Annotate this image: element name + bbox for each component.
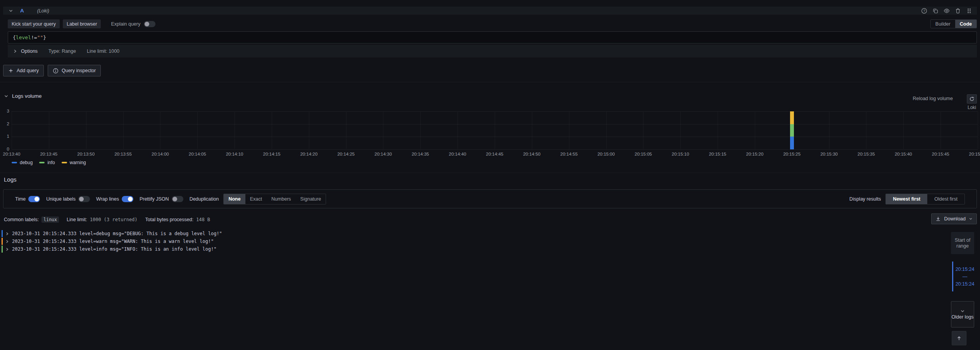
chevron-down-icon [960, 309, 965, 314]
x-axis-tick-label: 20:15:45 [932, 152, 949, 156]
gridline-vertical [235, 111, 235, 149]
info-circle-icon [53, 68, 59, 74]
gridline-vertical [755, 111, 755, 149]
y-axis-tick-label: 2 [0, 121, 9, 126]
time-toggle-group: Time [15, 196, 40, 202]
line-limit-value: 1000 (3 returned) [90, 217, 138, 222]
prettify-json-toggle[interactable] [172, 196, 183, 202]
older-logs-button[interactable]: Older logs [951, 301, 974, 327]
display-results-label: Display results [849, 196, 881, 202]
duplicate-query-copy-icon[interactable] [932, 8, 939, 14]
legend-swatch [62, 162, 67, 163]
legend-item-info[interactable]: info [39, 160, 55, 165]
legend-item-debug[interactable]: debug [12, 160, 33, 165]
query-code-editor[interactable]: {level!=""} [8, 31, 977, 43]
start-of-range-button[interactable]: Start of range [951, 232, 974, 254]
gridline-vertical [160, 111, 160, 149]
chart-y-axis: 0123 [0, 111, 9, 149]
unique-labels-toggle[interactable] [78, 196, 90, 202]
y-axis-tick-label: 3 [0, 109, 9, 113]
query-options-bar: Options Type: Range Line limit: 1000 [8, 45, 977, 57]
x-axis-tick-label: 20:15:30 [820, 152, 838, 156]
dedup-option-signature[interactable]: Signature [296, 194, 326, 204]
dedup-option-none[interactable]: None [224, 194, 245, 204]
gridline-vertical [12, 111, 12, 149]
dedup-option-numbers[interactable]: Numbers [267, 194, 296, 204]
gridline-vertical [643, 111, 644, 149]
unique-labels-toggle-group: Unique labels [46, 196, 90, 202]
x-axis-tick-label: 20:15:25 [783, 152, 801, 156]
options-label: Options [21, 49, 38, 54]
log-row-expand-chevron-right-icon[interactable] [5, 240, 9, 243]
x-axis-tick-label: 20:14:25 [337, 152, 355, 156]
display-results-group: Display results Newest first Oldest firs… [849, 194, 965, 204]
log-row[interactable]: 2023-10-31 20:15:24.333 level=warn msg="… [2, 237, 950, 245]
log-row-expand-chevron-right-icon[interactable] [5, 248, 9, 251]
add-query-button[interactable]: Add query [3, 65, 44, 76]
gridline-vertical [940, 111, 941, 149]
x-axis-tick-label: 20:13:50 [77, 152, 95, 156]
query-token-value: "" [37, 35, 43, 40]
deduplication-label: Deduplication [190, 196, 219, 202]
query-row-header[interactable]: A (Loki) ? [3, 7, 977, 15]
gridline-vertical [569, 111, 569, 149]
label-browser-button[interactable]: Label browser [63, 19, 101, 28]
x-axis-tick-label: 20:14:45 [486, 152, 504, 156]
query-toolbar: Kick start your query Label browser Expl… [8, 19, 977, 28]
log-row-expand-chevron-right-icon[interactable] [5, 232, 9, 236]
gridline-vertical [978, 111, 978, 149]
help-icon[interactable]: ? [921, 8, 927, 14]
legend-label: info [47, 160, 55, 165]
options-expand-toggle[interactable]: Options [13, 49, 38, 54]
kick-start-query-button[interactable]: Kick start your query [8, 19, 60, 28]
explain-query-toggle[interactable] [144, 21, 155, 27]
bytes-processed-label: Total bytes processed: [145, 217, 193, 222]
gridline-vertical [49, 111, 49, 149]
logs-volume-header[interactable]: Logs volume [4, 93, 42, 99]
query-collapse-chevron-down-icon[interactable] [9, 9, 13, 13]
download-icon [935, 216, 941, 222]
gridline-horizontal [12, 149, 978, 150]
chart-legend: debuginfowarning [12, 160, 86, 165]
x-axis-tick-label: 20:15:40 [895, 152, 912, 156]
wrap-lines-toggle[interactable] [122, 196, 133, 202]
query-secondary-actions: Add query Query inspector [3, 65, 101, 76]
logs-volume-collapse-chevron-down-icon[interactable] [4, 94, 9, 99]
line-limit-label: Line limit: [67, 217, 87, 222]
time-toggle[interactable] [28, 196, 40, 202]
log-page-range-indicator[interactable]: 20:15:24 — 20:15:24 [951, 262, 974, 291]
x-axis-tick-label: 20:14:15 [263, 152, 281, 156]
log-pages-rail: Start of range 20:15:24 — 20:15:24 Older… [951, 0, 975, 350]
time-label: Time [15, 196, 26, 202]
datasource-name: (Loki) [37, 8, 49, 14]
legend-item-warning[interactable]: warning [62, 160, 86, 165]
x-axis-tick-label: 20:15:05 [635, 152, 652, 156]
gridline-vertical [866, 111, 866, 149]
volume-bar [790, 111, 794, 149]
legend-label: debug [20, 160, 33, 165]
y-axis-tick-label: 0 [0, 147, 9, 151]
gridline-vertical [420, 111, 421, 149]
log-rows-list: 2023-10-31 20:15:24.333 level=debug msg=… [2, 230, 950, 253]
query-inspector-button[interactable]: Query inspector [48, 65, 101, 76]
log-line-text: 2023-10-31 20:15:24.333 level=debug msg=… [12, 231, 222, 236]
prettify-json-toggle-group: Prettify JSON [140, 196, 183, 202]
gridline-vertical [383, 111, 383, 149]
legend-swatch [39, 162, 45, 163]
chart-x-axis: 20:13:4020:13:4520:13:5020:13:5520:14:00… [12, 152, 978, 157]
gridline-vertical [680, 111, 681, 149]
log-row[interactable]: 2023-10-31 20:15:24.333 level=info msg="… [2, 245, 950, 253]
options-line-limit-summary: Line limit: 1000 [87, 49, 119, 54]
log-row[interactable]: 2023-10-31 20:15:24.333 level=debug msg=… [2, 230, 950, 237]
line-limit-pair: Line limit: 1000 (3 returned) [67, 217, 138, 222]
logs-volume-title: Logs volume [12, 93, 42, 99]
log-line-text: 2023-10-31 20:15:24.333 level=warn msg="… [12, 239, 214, 244]
gridline-vertical [829, 111, 830, 149]
range-indicator-bar [952, 262, 953, 291]
dedup-option-exact[interactable]: Exact [245, 194, 267, 204]
scroll-to-top-button[interactable] [952, 331, 966, 345]
hide-response-eye-icon[interactable] [944, 8, 950, 14]
logs-section-title: Logs [4, 176, 17, 183]
order-option-newest-first[interactable]: Newest first [886, 194, 927, 204]
volume-bar-segment [790, 124, 794, 137]
